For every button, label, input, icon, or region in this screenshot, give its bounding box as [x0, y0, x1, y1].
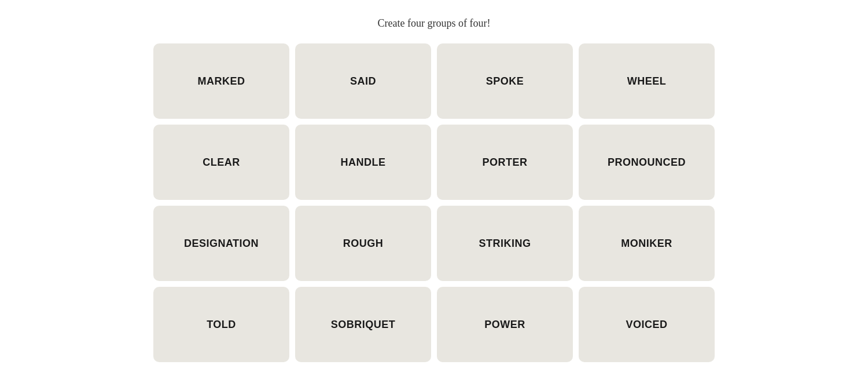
tile-label-porter: PORTER	[482, 156, 527, 169]
tile-power[interactable]: POWER	[437, 287, 573, 362]
tile-label-striking: STRIKING	[479, 238, 531, 250]
tile-marked[interactable]: MARKED	[153, 43, 289, 119]
tile-sobriquet[interactable]: SOBRIQUET	[295, 287, 431, 362]
tile-label-clear: CLEAR	[203, 156, 240, 169]
tile-pronounced[interactable]: PRONOUNCED	[579, 125, 715, 200]
tile-spoke[interactable]: SPOKE	[437, 43, 573, 119]
tile-label-moniker: MONIKER	[621, 238, 672, 250]
tile-label-sobriquet: SOBRIQUET	[331, 319, 396, 331]
tile-told[interactable]: TOLD	[153, 287, 289, 362]
tile-clear[interactable]: CLEAR	[153, 125, 289, 200]
tile-label-said: SAID	[350, 75, 376, 87]
tile-label-told: TOLD	[207, 319, 236, 331]
tile-label-power: POWER	[484, 319, 525, 331]
game-subtitle: Create four groups of four!	[378, 17, 491, 30]
tile-label-wheel: WHEEL	[627, 75, 667, 87]
tile-moniker[interactable]: MONIKER	[579, 206, 715, 281]
tile-wheel[interactable]: WHEEL	[579, 43, 715, 119]
tile-label-spoke: SPOKE	[486, 75, 524, 87]
tile-handle[interactable]: HANDLE	[295, 125, 431, 200]
tile-porter[interactable]: PORTER	[437, 125, 573, 200]
word-grid: MARKEDSAIDSPOKEWHEELCLEARHANDLEPORTERPRO…	[153, 43, 715, 362]
tile-rough[interactable]: ROUGH	[295, 206, 431, 281]
tile-label-marked: MARKED	[198, 75, 245, 87]
tile-striking[interactable]: STRIKING	[437, 206, 573, 281]
tile-label-handle: HANDLE	[341, 156, 386, 169]
tile-label-designation: DESIGNATION	[184, 238, 259, 250]
tile-said[interactable]: SAID	[295, 43, 431, 119]
tile-label-rough: ROUGH	[343, 238, 384, 250]
tile-label-pronounced: PRONOUNCED	[608, 156, 686, 169]
tile-designation[interactable]: DESIGNATION	[153, 206, 289, 281]
tile-voiced[interactable]: VOICED	[579, 287, 715, 362]
tile-label-voiced: VOICED	[626, 319, 667, 331]
